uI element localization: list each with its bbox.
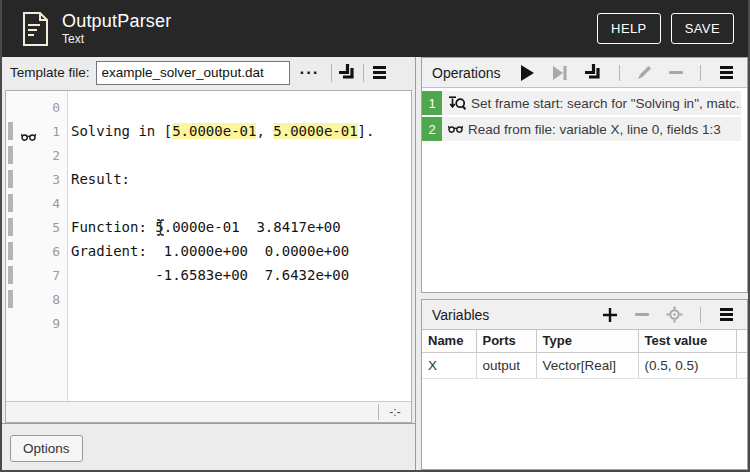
line-number: 4 [52, 196, 67, 211]
code-line [71, 191, 411, 215]
operations-title: Operations [432, 65, 500, 81]
search-frame-icon [448, 96, 466, 111]
line-number: 9 [52, 316, 67, 331]
validate-all-icon[interactable] [585, 64, 602, 81]
page-subtitle: Text [62, 32, 171, 46]
table-cell[interactable]: (0.5, 0.5) [638, 352, 736, 378]
variables-table: NamePortsTypeTest value XoutputVector[Re… [422, 330, 747, 379]
template-editor: 0123456789 Solving in [5.0000e-01, 5.000… [5, 90, 412, 423]
glasses-read-icon [448, 125, 463, 133]
play-icon[interactable] [521, 65, 534, 81]
line-marker [8, 146, 13, 164]
table-cell[interactable]: Vector[Real] [536, 352, 638, 378]
divider [619, 65, 620, 81]
table-cell[interactable]: output [476, 352, 536, 378]
menu-icon[interactable] [718, 306, 735, 323]
line-marker [8, 194, 13, 212]
remove-minus-icon[interactable] [669, 71, 683, 74]
cursor-position: -:- [379, 405, 411, 419]
page-title: OutputParser [62, 11, 171, 31]
line-marker [8, 290, 13, 308]
variables-panel: Variables [421, 299, 748, 470]
highlighted-value: 5.0000e-01 [273, 123, 357, 139]
variables-header-row: NamePortsTypeTest value [422, 330, 747, 352]
line-number: 3 [52, 172, 67, 187]
code-text: Result: [71, 171, 130, 187]
table-row[interactable]: XoutputVector[Real](0.5, 0.5) [422, 352, 747, 378]
template-file-bar: Template file: ··· [2, 57, 415, 88]
line-marker [8, 170, 13, 188]
menu-icon[interactable] [718, 64, 735, 81]
line-number: 0 [52, 100, 67, 115]
line-marker [8, 122, 13, 140]
code-line: Function: 5.0000e-01 3.8417e+00 [71, 215, 411, 239]
line-number: 5 [52, 220, 67, 235]
gutter-row: 0 [6, 95, 67, 119]
operation-row[interactable]: 2Read from file: variable X, line 0, fie… [422, 117, 741, 141]
gutter-row: 4 [6, 191, 67, 215]
editor-code[interactable]: Solving in [5.0000e-01, 5.0000e-01].Resu… [68, 91, 411, 401]
line-marker [8, 242, 13, 260]
code-line [71, 311, 411, 335]
code-line: Solving in [5.0000e-01, 5.0000e-01]. [71, 119, 411, 143]
operation-index-badge: 1 [422, 91, 442, 115]
save-button[interactable]: SAVE [671, 13, 734, 44]
options-button[interactable]: Options [10, 435, 83, 462]
gutter-row: 1 [6, 119, 67, 143]
template-editor-panel: Template file: ··· 0123456789 S [2, 57, 416, 470]
add-plus-icon[interactable] [602, 307, 618, 323]
line-number: 7 [52, 268, 67, 283]
column-header-filler [736, 330, 747, 352]
code-line [71, 143, 411, 167]
remove-minus-icon[interactable] [635, 313, 649, 316]
validate-all-icon[interactable] [339, 64, 356, 81]
variables-title: Variables [432, 307, 489, 323]
step-forward-icon[interactable] [551, 65, 568, 81]
operation-row[interactable]: 1Set frame start: search for "Solving in… [422, 91, 741, 115]
code-text: -1.6583e+00 7.6432e+00 [71, 267, 349, 283]
target-icon[interactable] [666, 306, 683, 323]
menu-icon[interactable] [371, 64, 388, 81]
help-button[interactable]: HELP [597, 13, 661, 44]
code-line [71, 287, 411, 311]
gutter-row: 6 [6, 239, 67, 263]
line-marker [8, 218, 13, 236]
divider [331, 64, 332, 82]
code-line [71, 95, 411, 119]
header-bar: OutputParser Text HELP SAVE [2, 0, 748, 57]
output-parser-window: OutputParser Text HELP SAVE Template fil… [0, 0, 750, 472]
browse-file-button[interactable]: ··· [296, 63, 324, 83]
operations-panel: Operations [421, 57, 748, 293]
code-line: Gradient: 1.0000e+00 0.0000e+00 [71, 239, 411, 263]
gutter-row: 3 [6, 167, 67, 191]
gutter-row: 5 [6, 215, 67, 239]
editor-gutter: 0123456789 [6, 91, 68, 401]
document-icon [20, 10, 50, 48]
code-text: ]. [358, 123, 375, 139]
code-text: Function: 5.0000e-01 3.8417e+00 [71, 219, 341, 235]
divider [700, 65, 701, 81]
divider [700, 307, 701, 323]
table-cell[interactable]: X [422, 352, 476, 378]
gutter-row: 9 [6, 311, 67, 335]
operation-index-badge: 2 [422, 117, 442, 141]
gutter-row: 8 [6, 287, 67, 311]
line-number: 1 [52, 124, 67, 139]
operations-toolbar: Operations [422, 58, 747, 88]
line-number: 8 [52, 292, 67, 307]
column-header: Test value [638, 330, 736, 352]
edit-pencil-icon[interactable] [637, 65, 652, 80]
code-text: Solving in [ [71, 123, 172, 139]
code-line: Result: [71, 167, 411, 191]
highlighted-value: 5.0000e-01 [172, 123, 256, 139]
operation-description: Read from file: variable X, line 0, fiel… [468, 122, 721, 137]
code-line: -1.6583e+00 7.6432e+00 [71, 263, 411, 287]
operations-list: 1Set frame start: search for "Solving in… [422, 88, 747, 143]
line-marker [8, 266, 13, 284]
column-header: Ports [476, 330, 536, 352]
template-file-input[interactable] [96, 61, 290, 85]
column-header: Type [536, 330, 638, 352]
code-text: , [256, 123, 273, 139]
divider [363, 64, 364, 82]
column-header: Name [422, 330, 476, 352]
